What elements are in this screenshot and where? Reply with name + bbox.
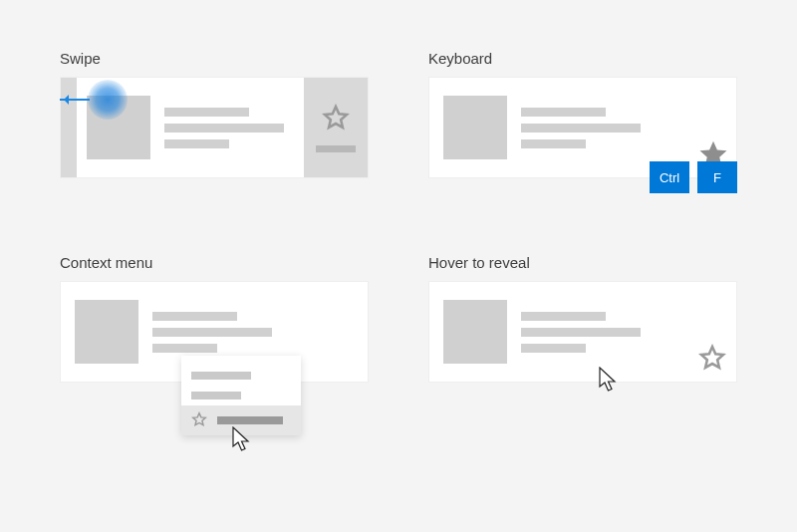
list-item-thumb <box>87 96 150 159</box>
keyboard-example: Keyboard Ctrl F <box>428 50 737 178</box>
hover-card[interactable] <box>428 281 737 383</box>
star-icon <box>322 104 350 132</box>
swipe-right-reveal-action[interactable] <box>304 78 368 177</box>
keyboard-shortcut: Ctrl F <box>650 161 737 193</box>
star-icon <box>191 411 209 429</box>
swipe-action-label-placeholder <box>316 145 356 152</box>
hover-example: Hover to reveal <box>428 254 737 383</box>
context-menu-item[interactable] <box>181 366 301 386</box>
context-menu-item-favorite[interactable] <box>181 405 301 435</box>
list-item-thumb <box>443 96 507 159</box>
hover-label: Hover to reveal <box>428 254 737 271</box>
swipe-arrow-left-icon <box>60 99 90 101</box>
list-item-thumb <box>443 300 507 364</box>
swipe-example: Swipe <box>60 50 369 178</box>
star-icon[interactable] <box>698 344 726 372</box>
key-f: F <box>697 161 737 193</box>
list-item-text <box>164 101 304 155</box>
keyboard-label: Keyboard <box>428 50 737 67</box>
list-item-thumb <box>75 300 138 364</box>
context-label: Context menu <box>60 254 369 271</box>
context-menu-item[interactable] <box>181 386 301 405</box>
swipe-left-reveal-edge <box>61 78 77 177</box>
list-item-text <box>152 305 368 360</box>
context-menu[interactable] <box>181 356 301 435</box>
swipe-card[interactable] <box>60 77 369 178</box>
key-ctrl: Ctrl <box>650 161 689 193</box>
swipe-label: Swipe <box>60 50 369 67</box>
